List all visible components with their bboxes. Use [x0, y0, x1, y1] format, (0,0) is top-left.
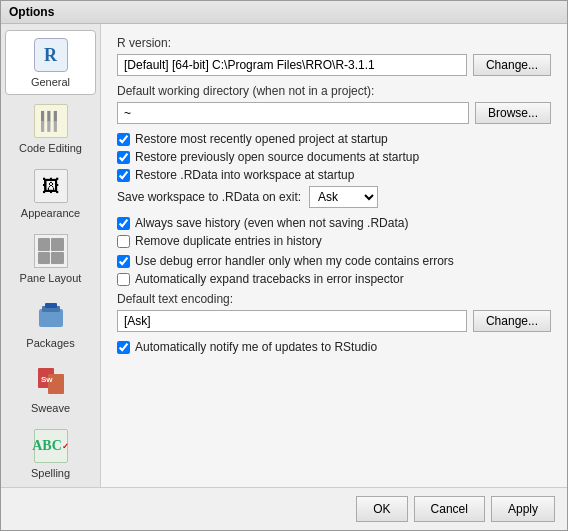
use-debug-checkbox[interactable] [117, 255, 130, 268]
cancel-button[interactable]: Cancel [414, 496, 485, 522]
appearance-icon-wrap: 🖼 [33, 168, 69, 204]
sidebar-label-code-editing: Code Editing [19, 142, 82, 154]
encoding-label: Default text encoding: [117, 292, 551, 306]
r-version-row: Change... [117, 54, 551, 76]
pane-layout-icon-wrap [33, 233, 69, 269]
save-workspace-row: Save workspace to .RData on exit: Ask Al… [117, 186, 551, 208]
encoding-row: Change... [117, 310, 551, 332]
restore-rdata-checkbox[interactable] [117, 169, 130, 182]
spelling-icon-wrap: ABC✓ [33, 428, 69, 464]
code-icon: ▌▌▌ ▌▌▌ [34, 104, 68, 138]
restore-rdata-label: Restore .RData into workspace at startup [135, 168, 354, 182]
appearance-icon: 🖼 [34, 169, 68, 203]
save-history-checkbox[interactable] [117, 217, 130, 230]
remove-duplicates-row: Remove duplicate entries in history [117, 234, 551, 248]
packages-icon [34, 299, 68, 333]
r-version-input[interactable] [117, 54, 467, 76]
save-workspace-label: Save workspace to .RData on exit: [117, 190, 301, 204]
restore-source-checkbox[interactable] [117, 151, 130, 164]
remove-duplicates-checkbox[interactable] [117, 235, 130, 248]
apply-button[interactable]: Apply [491, 496, 555, 522]
sidebar-item-code-editing[interactable]: ▌▌▌ ▌▌▌ Code Editing [5, 97, 96, 160]
expand-tracebacks-checkbox[interactable] [117, 273, 130, 286]
remove-duplicates-label: Remove duplicate entries in history [135, 234, 322, 248]
notify-updates-row: Automatically notify me of updates to RS… [117, 340, 551, 354]
main-panel: R version: Change... Default working dir… [101, 24, 567, 487]
options-window: Options R General ▌▌▌ ▌▌▌ Code Editing [0, 0, 568, 531]
general-icon: R [33, 37, 69, 73]
working-dir-label: Default working directory (when not in a… [117, 84, 551, 98]
change-r-button[interactable]: Change... [473, 54, 551, 76]
sidebar-label-sweave: Sweave [31, 402, 70, 414]
save-workspace-select[interactable]: Ask Always Never [309, 186, 378, 208]
ok-button[interactable]: OK [356, 496, 407, 522]
change-encoding-button[interactable]: Change... [473, 310, 551, 332]
sidebar-item-spelling[interactable]: ABC✓ Spelling [5, 422, 96, 485]
sidebar-label-appearance: Appearance [21, 207, 80, 219]
sidebar-item-sweave[interactable]: Sw Sweave [5, 357, 96, 420]
restore-project-row: Restore most recently opened project at … [117, 132, 551, 146]
notify-updates-checkbox[interactable] [117, 341, 130, 354]
restore-source-row: Restore previously open source documents… [117, 150, 551, 164]
sweave-icon-wrap: Sw [33, 363, 69, 399]
save-history-label: Always save history (even when not savin… [135, 216, 408, 230]
packages-icon-wrap [33, 298, 69, 334]
save-history-row: Always save history (even when not savin… [117, 216, 551, 230]
title-bar: Options [1, 1, 567, 24]
notify-updates-label: Automatically notify me of updates to RS… [135, 340, 377, 354]
code-editing-icon-wrap: ▌▌▌ ▌▌▌ [33, 103, 69, 139]
sidebar-item-general[interactable]: R General [5, 30, 96, 95]
browse-button[interactable]: Browse... [475, 102, 551, 124]
window-title: Options [9, 5, 54, 19]
working-dir-input[interactable] [117, 102, 469, 124]
sidebar-label-pane-layout: Pane Layout [20, 272, 82, 284]
sidebar-label-spelling: Spelling [31, 467, 70, 479]
sidebar-item-packages[interactable]: Packages [5, 292, 96, 355]
restore-project-checkbox[interactable] [117, 133, 130, 146]
content-area: R General ▌▌▌ ▌▌▌ Code Editing 🖼 [1, 24, 567, 487]
restore-rdata-row: Restore .RData into workspace at startup [117, 168, 551, 182]
sidebar-label-general: General [31, 76, 70, 88]
expand-tracebacks-row: Automatically expand tracebacks in error… [117, 272, 551, 286]
use-debug-row: Use debug error handler only when my cod… [117, 254, 551, 268]
expand-tracebacks-label: Automatically expand tracebacks in error… [135, 272, 404, 286]
sweave-icon: Sw [34, 364, 68, 398]
spelling-icon: ABC✓ [34, 429, 68, 463]
working-dir-row: Browse... [117, 102, 551, 124]
use-debug-label: Use debug error handler only when my cod… [135, 254, 454, 268]
sidebar-label-packages: Packages [26, 337, 74, 349]
encoding-input[interactable] [117, 310, 467, 332]
sidebar-item-pane-layout[interactable]: Pane Layout [5, 227, 96, 290]
r-version-label: R version: [117, 36, 551, 50]
restore-project-label: Restore most recently opened project at … [135, 132, 388, 146]
svg-rect-2 [45, 303, 57, 308]
svg-text:Sw: Sw [41, 375, 53, 384]
restore-source-label: Restore previously open source documents… [135, 150, 419, 164]
sidebar: R General ▌▌▌ ▌▌▌ Code Editing 🖼 [1, 24, 101, 487]
r-logo-icon: R [34, 38, 68, 72]
sidebar-item-appearance[interactable]: 🖼 Appearance [5, 162, 96, 225]
footer: OK Cancel Apply [1, 487, 567, 530]
pane-icon [34, 234, 68, 268]
